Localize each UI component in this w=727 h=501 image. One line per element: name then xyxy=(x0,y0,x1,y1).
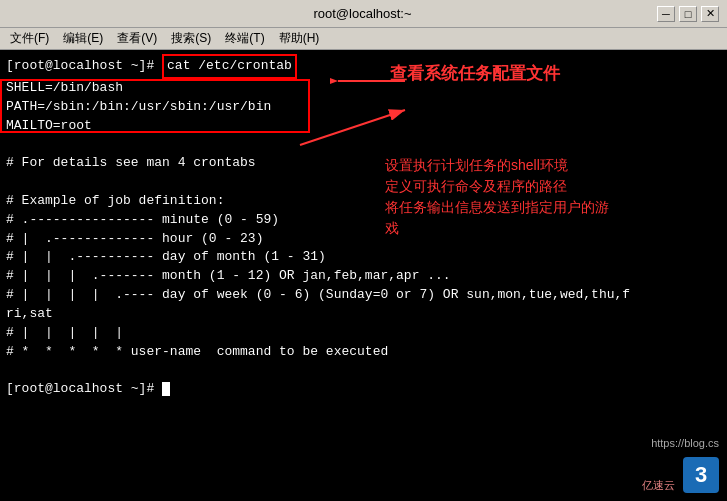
terminal-line-7: # Example of job definition: xyxy=(6,192,721,211)
window-controls: ─ □ ✕ xyxy=(657,6,719,22)
terminal-window: root@localhost:~ ─ □ ✕ 文件(F) 编辑(E) 查看(V)… xyxy=(0,0,727,501)
menu-terminal[interactable]: 终端(T) xyxy=(219,28,270,49)
terminal-line-3: MAILTO=root xyxy=(6,117,721,136)
terminal-line-9: # | .------------- hour (0 - 23) xyxy=(6,230,721,249)
terminal-line-4 xyxy=(6,135,721,154)
terminal-line-12b: ri,sat xyxy=(6,305,721,324)
arrow-top xyxy=(330,66,410,96)
terminal-line-last: [root@localhost ~]# xyxy=(6,380,721,399)
terminal-line-5: # For details see man 4 crontabs xyxy=(6,154,721,173)
command-highlight: cat /etc/crontab xyxy=(162,54,297,79)
minimize-button[interactable]: ─ xyxy=(657,6,675,22)
terminal-line-12: # | | | | .---- day of week (0 - 6) (Sun… xyxy=(6,286,721,305)
terminal-line-15 xyxy=(6,362,721,381)
menu-help[interactable]: 帮助(H) xyxy=(273,28,326,49)
terminal-line-13: # | | | | | xyxy=(6,324,721,343)
terminal-line-11: # | | | .------- month (1 - 12) OR jan,f… xyxy=(6,267,721,286)
close-button[interactable]: ✕ xyxy=(701,6,719,22)
title-bar: root@localhost:~ ─ □ ✕ xyxy=(0,0,727,28)
window-title: root@localhost:~ xyxy=(68,6,657,21)
terminal-line-6 xyxy=(6,173,721,192)
menu-view[interactable]: 查看(V) xyxy=(111,28,163,49)
terminal-area[interactable]: [root@localhost ~]# cat /etc/crontab SHE… xyxy=(0,50,727,501)
badge-number: 3 xyxy=(683,457,719,493)
menu-search[interactable]: 搜索(S) xyxy=(165,28,217,49)
menu-bar: 文件(F) 编辑(E) 查看(V) 搜索(S) 终端(T) 帮助(H) xyxy=(0,28,727,50)
maximize-button[interactable]: □ xyxy=(679,6,697,22)
terminal-line-14: # * * * * * user-name command to be exec… xyxy=(6,343,721,362)
cursor xyxy=(162,382,170,396)
terminal-line-2: PATH=/sbin:/bin:/usr/sbin:/usr/bin xyxy=(6,98,721,117)
menu-file[interactable]: 文件(F) xyxy=(4,28,55,49)
menu-edit[interactable]: 编辑(E) xyxy=(57,28,109,49)
terminal-line-10: # | | .---------- day of month (1 - 31) xyxy=(6,248,721,267)
terminal-line-8: # .---------------- minute (0 - 59) xyxy=(6,211,721,230)
